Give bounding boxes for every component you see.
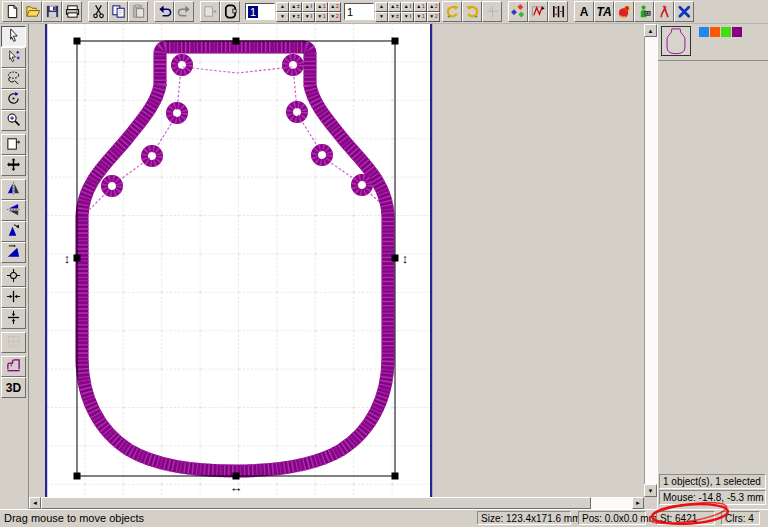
selection-handle[interactable] xyxy=(392,255,399,262)
selection-handle[interactable] xyxy=(392,473,399,480)
spin-down-button[interactable]: ▼I xyxy=(401,12,414,22)
spin-down-button[interactable]: ▼ xyxy=(375,12,388,22)
scrollbar-corner xyxy=(644,497,657,509)
vertical-scrollbar[interactable]: ▲ ▼ xyxy=(644,24,657,497)
repeat-x-input[interactable]: 1 xyxy=(245,3,275,20)
spin-down-button[interactable]: ▼± xyxy=(289,12,302,22)
align-v-button[interactable] xyxy=(1,308,26,329)
cut-button[interactable] xyxy=(88,1,108,22)
sew-simulator-icon xyxy=(6,358,21,376)
skew-icon xyxy=(6,244,21,262)
spin-down-button[interactable]: ▼2 xyxy=(427,12,440,22)
selection-handle[interactable] xyxy=(74,473,81,480)
thread-color-swatch[interactable] xyxy=(721,27,731,37)
spin-up-button[interactable]: ▲I xyxy=(302,2,315,12)
horizontal-scrollbar[interactable]: ◄ ► xyxy=(29,497,644,509)
transfer-icon xyxy=(203,4,218,19)
spin-down-button[interactable]: ▼2 xyxy=(328,12,341,22)
status-position: Pos: 0.0x0.0 mm xyxy=(578,511,646,525)
page-setup-button[interactable] xyxy=(1,134,26,155)
rotate-button[interactable] xyxy=(1,89,26,110)
thread-color-swatch[interactable] xyxy=(710,27,720,37)
spin-up-button[interactable]: ▲± xyxy=(388,2,401,12)
save-button[interactable] xyxy=(42,1,62,22)
print-button[interactable] xyxy=(62,1,82,22)
paste-icon xyxy=(131,4,146,19)
text-icon: A xyxy=(580,6,589,18)
spin-down-button[interactable]: ▼± xyxy=(388,12,401,22)
rotate-cw-button[interactable] xyxy=(462,1,482,22)
toolbar: 1 ▲▼▲±▼±▲I▼I▲1▼1▲2▼2 1 ▲▼▲±▼±▲I▼I▲1▼1▲2▼… xyxy=(0,0,768,24)
palette-star-button[interactable] xyxy=(508,1,528,22)
scroll-left-button[interactable]: ◄ xyxy=(29,497,41,509)
repeat-y-input[interactable]: 1 xyxy=(344,3,374,20)
thread-color-swatch[interactable] xyxy=(732,27,742,37)
canvas-area: ↕ ↕ ↔ ▲ ▼ ◄ ► xyxy=(29,24,657,509)
toolbox: 3D xyxy=(0,24,29,509)
density-bars-button[interactable] xyxy=(548,1,568,22)
center-button[interactable] xyxy=(1,266,26,287)
design-thumbnail[interactable] xyxy=(661,26,691,56)
stitch-flow-button[interactable] xyxy=(528,1,548,22)
align-v-icon xyxy=(6,310,21,328)
spin-down-button[interactable]: ▼1 xyxy=(414,12,427,22)
hoop-button[interactable] xyxy=(220,1,240,22)
view-3d-button[interactable]: 3D xyxy=(1,377,26,398)
edit-nodes-icon xyxy=(6,49,21,67)
spin-up-button[interactable]: ▲ xyxy=(276,2,289,12)
edit-nodes-button[interactable] xyxy=(1,47,26,68)
spin-up-button[interactable]: ▲1 xyxy=(414,2,427,12)
app-window: 1 ▲▼▲±▼±▲I▼I▲1▼1▲2▼2 1 ▲▼▲±▼±▲I▼I▲1▼1▲2▼… xyxy=(0,0,768,527)
rotate-ccw-button[interactable] xyxy=(442,1,462,22)
design-canvas[interactable]: ↕ ↕ ↔ xyxy=(29,24,657,498)
spin-down-button[interactable]: ▼I xyxy=(302,12,315,22)
close-button[interactable] xyxy=(674,1,694,22)
scroll-down-button[interactable]: ▼ xyxy=(644,484,657,497)
copy-button[interactable] xyxy=(108,1,128,22)
digitize-figure-button[interactable] xyxy=(634,1,654,22)
sew-simulator-button[interactable] xyxy=(1,356,26,377)
hscroll-thumb[interactable] xyxy=(41,497,591,509)
spin-up-button[interactable]: ▲2 xyxy=(427,2,440,12)
spin-down-button[interactable]: ▼ xyxy=(276,12,289,22)
selection-handle[interactable] xyxy=(233,38,240,45)
select-button[interactable] xyxy=(1,26,26,47)
toolbar-separator xyxy=(240,2,244,22)
selection-handle[interactable] xyxy=(233,473,240,480)
stitch-flow-icon xyxy=(531,4,546,19)
new-button[interactable] xyxy=(2,1,22,22)
palette-star-icon xyxy=(511,4,526,19)
selection-handle[interactable] xyxy=(392,38,399,45)
zoom-icon xyxy=(6,112,21,130)
thread-tools-button[interactable] xyxy=(654,1,674,22)
selection-handle[interactable] xyxy=(74,255,81,262)
spin-up-button[interactable]: ▲I xyxy=(401,2,414,12)
spin-up-button[interactable]: ▲± xyxy=(289,2,302,12)
mirror-v-button[interactable] xyxy=(1,200,26,221)
applique-bird-button[interactable] xyxy=(614,1,634,22)
scroll-up-button[interactable]: ▲ xyxy=(644,24,657,37)
scroll-right-button[interactable]: ► xyxy=(632,497,644,509)
undo-button[interactable] xyxy=(154,1,174,22)
open-button[interactable] xyxy=(22,1,42,22)
align-h-button[interactable] xyxy=(1,287,26,308)
spin-down-button[interactable]: ▼1 xyxy=(315,12,328,22)
rotate-icon xyxy=(6,91,21,109)
text-button[interactable]: A xyxy=(574,1,594,22)
lasso-button[interactable] xyxy=(1,68,26,89)
zoom-button[interactable] xyxy=(1,110,26,131)
spin-up-button[interactable]: ▲2 xyxy=(328,2,341,12)
right-panel: 1 object(s), 1 selected Mouse: -14.8, -5… xyxy=(657,24,768,509)
thread-color-swatch[interactable] xyxy=(699,27,709,37)
mirror-h-button[interactable] xyxy=(1,179,26,200)
spin-up-button[interactable]: ▲ xyxy=(375,2,388,12)
hoop-icon xyxy=(223,4,238,19)
text-art-button[interactable]: TA xyxy=(594,1,614,22)
selection-handle[interactable] xyxy=(74,38,81,45)
spin-up-button[interactable]: ▲1 xyxy=(315,2,328,12)
resize-icon xyxy=(485,4,500,19)
center-icon xyxy=(6,268,21,286)
rotate-90-button[interactable] xyxy=(1,221,26,242)
skew-button[interactable] xyxy=(1,242,26,263)
move-button[interactable] xyxy=(1,155,26,176)
